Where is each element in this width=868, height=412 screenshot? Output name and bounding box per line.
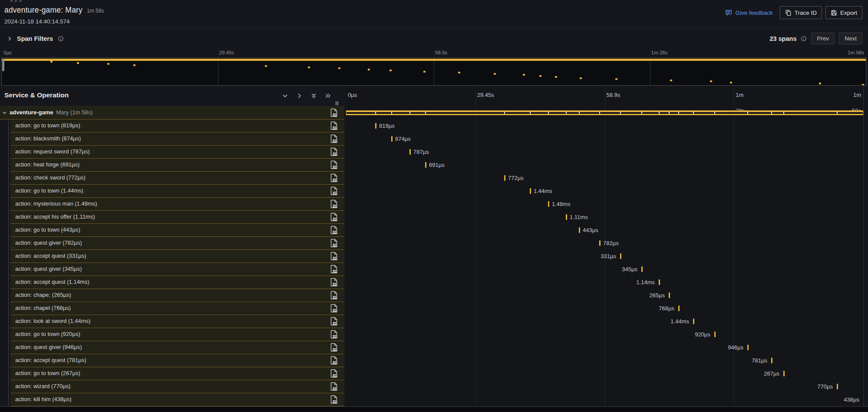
span-row-name[interactable]: action: accept his offer (1.11ms)LOG: [10, 211, 344, 224]
span-bar[interactable]: [693, 319, 694, 324]
span-row-timeline[interactable]: 782µs: [346, 237, 863, 250]
span-row-timeline[interactable]: 946µs: [346, 341, 863, 354]
span-bar[interactable]: [669, 292, 670, 298]
span-row-name[interactable]: action: quest giver (345µs)LOG: [10, 263, 344, 276]
span-logs-button[interactable]: LOG: [330, 160, 341, 170]
span-row-name[interactable]: action: chape; (265µs)LOG: [10, 289, 344, 302]
span-logs-button[interactable]: LOG: [330, 265, 341, 275]
span-row-timeline[interactable]: 874µs: [346, 133, 863, 146]
span-bar[interactable]: [599, 240, 601, 246]
span-row-name[interactable]: action: accept quest (331µs)LOG: [10, 250, 344, 263]
span-row-timeline[interactable]: 787µs: [346, 146, 863, 159]
span-bar[interactable]: [425, 162, 426, 168]
chevron-down-icon[interactable]: [2, 110, 7, 115]
span-row-timeline[interactable]: 1.44ms: [346, 185, 863, 198]
timeline-minimap[interactable]: [1, 57, 866, 86]
root-span-bar[interactable]: [346, 110, 863, 115]
span-logs-button[interactable]: LOG: [330, 278, 341, 288]
span-row-timeline[interactable]: 770µs: [346, 380, 863, 393]
span-row-timeline[interactable]: 265µs: [346, 289, 863, 302]
span-row-timeline[interactable]: 691µs: [346, 159, 863, 172]
span-bar[interactable]: [579, 227, 580, 233]
span-row-timeline[interactable]: 331µs: [346, 250, 863, 263]
span-logs-button[interactable]: LOG: [330, 317, 341, 327]
span-row-name[interactable]: action: request sword (787µs)LOG: [10, 146, 344, 159]
span-bar[interactable]: [714, 332, 716, 337]
span-logs-button[interactable]: LOG: [330, 121, 341, 131]
span-logs-button[interactable]: LOG: [330, 395, 341, 405]
span-row-name[interactable]: action: go to town (267µs)LOG: [10, 367, 344, 380]
export-button[interactable]: Export: [825, 6, 862, 19]
span-row-name[interactable]: action: accept quest (1.14ms)LOG: [10, 276, 344, 289]
span-logs-button[interactable]: LOG: [330, 382, 341, 392]
span-row-timeline[interactable]: 819µs: [346, 120, 863, 133]
span-logs-button[interactable]: LOG: [330, 199, 341, 209]
span-bar[interactable]: [566, 214, 567, 220]
span-row-timeline[interactable]: 443µs: [346, 224, 863, 237]
span-row-timeline[interactable]: 781µs: [346, 354, 863, 367]
span-row-timeline[interactable]: 267µs: [346, 367, 863, 380]
span-row-name[interactable]: action: go to town (920µs)LOG: [10, 328, 344, 341]
expand-all-icon[interactable]: [325, 93, 331, 99]
span-logs-button[interactable]: LOG: [330, 252, 341, 262]
span-logs-button[interactable]: LOG: [330, 173, 341, 183]
span-logs-button[interactable]: LOG: [330, 226, 341, 236]
span-logs-button[interactable]: LOG: [330, 213, 341, 223]
prev-span-button[interactable]: Prev: [811, 33, 835, 44]
span-row-name[interactable]: action: quest giver (946µs)LOG: [10, 341, 344, 354]
span-row-timeline[interactable]: 768µs: [346, 302, 863, 315]
span-row-name[interactable]: action: look at sword (1.44ms)LOG: [10, 315, 344, 328]
span-row-name[interactable]: adventure-gameMary (1m 58s)LOG: [0, 106, 344, 120]
span-row-timeline[interactable]: 345µs: [346, 263, 863, 276]
span-bar[interactable]: [409, 149, 411, 155]
span-row-name[interactable]: action: go to town (443µs)LOG: [10, 224, 344, 237]
span-row-timeline[interactable]: 438µs: [346, 393, 863, 406]
span-row-name[interactable]: action: blacksmith (874µs)LOG: [10, 133, 344, 146]
span-row-name[interactable]: action: accept quest (781µs)LOG: [10, 354, 344, 367]
span-logs-button[interactable]: LOG: [330, 343, 341, 353]
minimap-viewport-handle[interactable]: [2, 59, 4, 71]
span-row-name[interactable]: action: chapel (768µs)LOG: [10, 302, 344, 315]
span-logs-button[interactable]: LOG: [330, 147, 341, 157]
span-bar[interactable]: [620, 253, 621, 259]
collapse-all-icon[interactable]: [310, 93, 317, 99]
give-feedback-link[interactable]: Give feedback: [725, 9, 772, 16]
column-resize-handle[interactable]: [336, 101, 338, 105]
span-row-name[interactable]: action: go to town (1.44ms)LOG: [10, 185, 344, 198]
span-row-timeline[interactable]: 1.11ms: [346, 211, 863, 224]
span-bar[interactable]: [783, 371, 785, 376]
span-logs-button[interactable]: LOG: [330, 369, 341, 379]
span-logs-button[interactable]: LOG: [330, 291, 341, 301]
span-row-name[interactable]: action: kill him (438µs)LOG: [10, 393, 344, 406]
span-row-name[interactable]: action: mysterious man (1.48ms)LOG: [10, 198, 344, 211]
span-bar[interactable]: [747, 345, 749, 350]
span-logs-button[interactable]: LOG: [330, 239, 341, 249]
span-row-timeline[interactable]: [346, 106, 863, 120]
span-bar[interactable]: [641, 266, 643, 272]
span-row-timeline[interactable]: 772µs: [346, 172, 863, 185]
span-bar[interactable]: [837, 384, 838, 389]
span-row-name[interactable]: action: wizard (770µs)LOG: [10, 380, 344, 393]
span-row-timeline[interactable]: 1.48ms: [346, 198, 863, 211]
info-icon[interactable]: [801, 36, 807, 42]
span-row-timeline[interactable]: 1.14ms: [346, 276, 863, 289]
span-bar[interactable]: [678, 306, 680, 311]
span-bar[interactable]: [504, 175, 505, 181]
info-icon[interactable]: [58, 36, 64, 42]
span-row-timeline[interactable]: 920µs: [346, 328, 863, 341]
span-row-name[interactable]: action: quest giver (782µs)LOG: [10, 237, 344, 250]
span-bar[interactable]: [375, 123, 376, 129]
span-bar[interactable]: [771, 358, 772, 363]
span-bar[interactable]: [391, 136, 393, 142]
span-logs-button[interactable]: LOG: [330, 304, 341, 314]
span-row-name[interactable]: action: go to town (819µs)LOG: [10, 120, 344, 133]
span-row-name[interactable]: action: heat forge (691µs)LOG: [10, 159, 344, 172]
span-logs-button[interactable]: LOG: [330, 108, 341, 118]
span-logs-button[interactable]: LOG: [330, 330, 341, 340]
expand-one-icon[interactable]: [296, 93, 303, 99]
next-span-button[interactable]: Next: [839, 33, 862, 44]
span-filters-toggle[interactable]: Span Filters: [7, 28, 64, 49]
span-row-timeline[interactable]: 1.44ms: [346, 315, 863, 328]
collapse-one-icon[interactable]: [282, 93, 288, 99]
span-bar[interactable]: [548, 201, 549, 207]
